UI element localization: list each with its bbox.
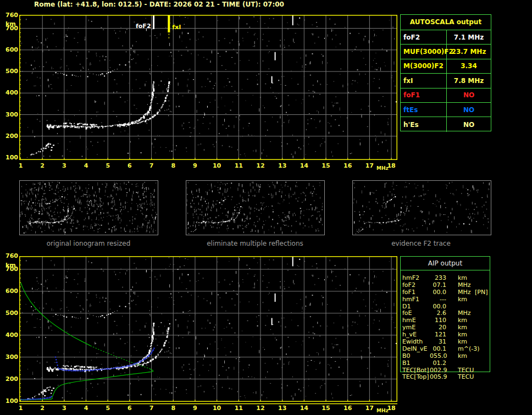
x-tick-label: 1 <box>19 163 23 169</box>
x-tick-label: 12 <box>256 405 264 411</box>
x-tick-label: 5 <box>106 405 110 411</box>
y-tick-label: 100 <box>0 398 18 404</box>
autoscala-table-row: ftEsNO <box>401 103 491 117</box>
x-tick-label: 7 <box>149 163 154 169</box>
x-tick-label: 16 <box>343 163 352 169</box>
y-tick-label: 400 <box>0 332 18 338</box>
x-tick-label: 2 <box>40 163 45 169</box>
x-tick-label: 9 <box>193 405 197 411</box>
x-tick-label: 17 <box>365 405 374 411</box>
x-tick-label: 11 <box>235 405 243 411</box>
y-tick-label: 100 <box>0 154 18 161</box>
autoscala-table-row: MUF(3000)F223.7 MHz <box>401 45 491 59</box>
x-tick-label: 14 <box>300 405 308 411</box>
fxI-marker-label: fxI <box>172 24 181 31</box>
x-tick-label: 10 <box>213 163 221 169</box>
x-tick-label: 14 <box>300 163 308 169</box>
y-tick-label: 300 <box>0 354 18 360</box>
autoscala-row-value: 3.34 <box>447 59 491 73</box>
autoscala-row-value: 7.8 MHz <box>447 74 491 87</box>
y-tick-label: 760 <box>0 12 18 18</box>
y-tick-label: 200 <box>0 133 18 139</box>
aip-output-rows: hmF2233kmfoF207.1MHzfoF100.0MHz[PN]hmF1-… <box>402 275 530 381</box>
y-tick-label: 300 <box>0 112 18 118</box>
aip-output-row: foF100.0MHz[PN] <box>402 289 530 296</box>
bottom-ionogram-plot <box>19 256 397 406</box>
autoscala-table-row: fxI7.8 MHz <box>401 74 491 88</box>
autoscala-output-table: AUTOSCALA output foF27.1 MHzMUF(3000)F22… <box>400 14 491 131</box>
autoscala-table-row: M(3000)F23.34 <box>401 59 491 74</box>
y-tick-label: 760 <box>0 253 18 259</box>
aip-output-row: foF207.1MHz <box>402 282 530 289</box>
x-tick-label: 6 <box>128 405 132 411</box>
aip-output-row: B101.2 <box>402 360 530 367</box>
aip-output-row: hmF1---km <box>402 296 530 303</box>
aip-output-row: DelN_vE00.1m^(-3) <box>402 346 530 353</box>
aip-table-title: AIP output <box>400 257 490 270</box>
y-tick-label: 500 <box>0 68 18 74</box>
autoscala-row-label: fxI <box>401 74 447 87</box>
autoscala-table-row: foF27.1 MHz <box>401 30 491 45</box>
thumbnail-caption-1: original ionogram resized <box>47 240 131 247</box>
thumbnail-caption-2: eliminate multiple reflections <box>207 240 303 247</box>
autoscala-table-row: foF1NO <box>401 88 491 103</box>
x-tick-label: 13 <box>278 405 286 411</box>
x-tick-label: 7 <box>149 405 154 411</box>
x-tick-label: 11 <box>235 163 243 169</box>
x-tick-label: 13 <box>278 163 286 169</box>
x-tick-label: 3 <box>62 405 66 411</box>
autoscala-table-row: h'EsNO <box>401 117 491 131</box>
x-tick-label: 9 <box>193 163 197 169</box>
x-tick-label: 15 <box>322 405 330 411</box>
x-axis-unit-label: MHz <box>376 166 389 171</box>
autoscala-row-label: h'Es <box>401 117 447 131</box>
y-tick-label: 400 <box>0 90 18 96</box>
autoscala-row-value: 23.7 MHz <box>447 45 491 58</box>
autoscala-row-label: foF2 <box>401 30 447 44</box>
x-tick-label: 6 <box>128 163 132 169</box>
y-tick-label: 600 <box>0 288 18 294</box>
autoscala-row-value: NO <box>447 88 491 102</box>
thumbnail-caption-3: evidence F2 trace <box>391 240 451 247</box>
autoscala-row-value: 7.1 MHz <box>447 30 491 44</box>
thumbnail-eliminate-reflections <box>186 180 325 235</box>
x-tick-label: 12 <box>256 163 264 169</box>
y-axis-unit-label: km <box>5 262 16 268</box>
y-tick-label: 600 <box>0 47 18 53</box>
y-tick-label: 200 <box>0 376 18 382</box>
x-tick-label: 8 <box>171 405 175 411</box>
x-tick-label: 4 <box>84 405 88 411</box>
x-tick-label: 16 <box>343 405 352 411</box>
autoscala-row-value: NO <box>447 103 491 117</box>
autoscala-row-label: M(3000)F2 <box>401 59 447 73</box>
x-tick-label: 10 <box>213 405 221 411</box>
autoscala-row-label: ftEs <box>401 103 447 117</box>
aip-output-row: TEC[Top]005.9TECU <box>402 374 530 381</box>
x-tick-label: 2 <box>40 405 45 411</box>
thumbnail-evidence-f2-trace <box>352 180 491 235</box>
x-tick-label: 1 <box>19 405 23 411</box>
autoscala-row-label: foF1 <box>401 88 447 102</box>
autoscala-row-value: NO <box>447 117 491 131</box>
y-tick-label: 500 <box>0 310 18 316</box>
y-axis-unit-label: km <box>5 21 16 27</box>
autoscala-output-screen: Rome (lat: +41.8, lon: 012.5) - DATE: 20… <box>0 0 532 415</box>
x-tick-label: 15 <box>322 163 330 169</box>
aip-output-row: B0055.0km <box>402 353 530 360</box>
page-title: Rome (lat: +41.8, lon: 012.5) - DATE: 20… <box>34 1 284 8</box>
foF2-marker-label: foF2 <box>136 23 151 30</box>
autoscala-row-label: MUF(3000)F2 <box>401 45 447 58</box>
top-ionogram-plot: foF2fxI <box>19 15 397 161</box>
x-tick-label: 3 <box>62 163 66 169</box>
x-tick-label: 4 <box>84 163 88 169</box>
x-tick-label: 17 <box>365 163 374 169</box>
x-axis-unit-label: MHz <box>376 408 389 413</box>
thumbnail-original-ionogram <box>19 180 158 235</box>
aip-output-row: Ewidth31km <box>402 339 530 346</box>
x-tick-label: 8 <box>171 163 175 169</box>
x-tick-label: 5 <box>106 163 110 169</box>
aip-output-row: hmF2233km <box>402 275 530 282</box>
autoscala-table-title: AUTOSCALA output <box>401 15 491 30</box>
